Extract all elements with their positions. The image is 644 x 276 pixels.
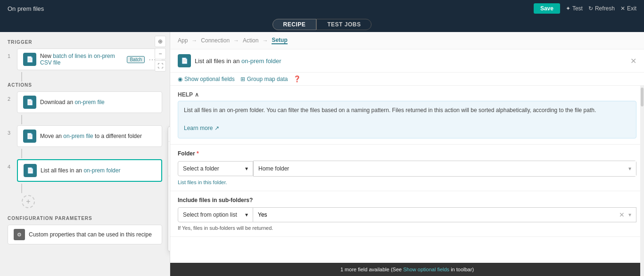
tab-recipe[interactable]: RECIPE — [272, 19, 317, 30]
close-icon: ✕ — [620, 5, 625, 12]
connector-4 — [21, 184, 22, 193]
folder-field-label: Folder * — [178, 150, 636, 157]
group-icon: ⊞ — [240, 76, 245, 82]
step-4-container: 4 📄 List all files in an on-prem folder — [8, 159, 162, 182]
step-2-text: Download an on-prem file — [40, 99, 156, 106]
refresh-icon: ↻ — [588, 5, 593, 12]
step-3-icon: 📄 — [23, 130, 36, 143]
main-layout: ⊕ − ⛶ TRIGGER 1 📄 New batch of lines in … — [0, 32, 644, 276]
save-button[interactable]: Save — [534, 3, 560, 14]
help-text: List all files in an on-prem folder. You… — [178, 101, 636, 138]
tab-testjobs[interactable]: TEST JOBS — [316, 19, 372, 30]
canvas-controls: ⊕ − ⛶ — [155, 36, 166, 72]
chevron-down-icon: ▾ — [245, 165, 248, 172]
right-scrollbar[interactable] — [640, 86, 644, 276]
panel-title: 📄 List all files in an on-prem folder — [178, 54, 281, 67]
gear-icon: ⚙ — [14, 229, 25, 240]
show-optional-fields-link[interactable]: Show optional fields — [403, 267, 449, 272]
subfolder-value-display[interactable]: Yes ✕ ▾ — [253, 207, 636, 222]
show-optional-fields-button[interactable]: ◉ Show optional fields — [178, 76, 235, 82]
step-1-tag: Batch — [127, 56, 145, 63]
step-1-icon: 📄 — [23, 53, 36, 66]
panel-header: 📄 List all files in an on-prem folder ✕ — [170, 49, 644, 73]
nav-setup[interactable]: Setup — [272, 37, 287, 44]
popup-subtitle: To use data from a previous step, drag i… — [168, 142, 170, 159]
actions-label: ACTIONS — [8, 82, 162, 88]
chevron-down-icon: ▾ — [245, 211, 248, 218]
tabbar: RECIPE TEST JOBS — [0, 17, 644, 32]
config-card[interactable]: ⚙ Custom properties that can be used in … — [8, 225, 162, 244]
nav-arrow-2: → — [233, 37, 239, 44]
subfolder-chevron-icon: ▾ — [628, 211, 631, 218]
help-toggle-button[interactable]: HELP ∧ — [178, 91, 636, 98]
group-map-data-button[interactable]: ⊞ Group map data — [240, 76, 288, 82]
step-4-text: List all files in an on-prem folder — [41, 167, 156, 174]
right-panel: App → Connection → Action → Setup 📄 List… — [170, 32, 644, 276]
nav-app[interactable]: App — [178, 37, 188, 44]
recipe-canvas: ⊕ − ⛶ TRIGGER 1 📄 New batch of lines in … — [0, 32, 170, 276]
popup-content: 📄 List files in folder (Step 4 output) ▼… — [168, 176, 170, 251]
zoom-out-icon[interactable]: − — [155, 48, 166, 59]
scrollbar-thumb[interactable] — [641, 88, 644, 106]
step-2-card[interactable]: 📄 Download an on-prem file — [17, 91, 162, 113]
topbar-right: Save ✦ Test ↻ Refresh ✕ Exit — [534, 3, 636, 14]
refresh-button[interactable]: ↻ Refresh — [588, 5, 615, 12]
help-section: HELP ∧ List all files in an on-prem fold… — [170, 86, 644, 145]
folder-chevron-icon: ▾ — [628, 165, 631, 172]
subfolder-select-input[interactable]: Select from option list ▾ — [178, 207, 253, 222]
popup-search-section — [168, 159, 170, 176]
bottom-hint-bar: 1 more field available (See Show optiona… — [170, 263, 644, 276]
nav-connection[interactable]: Connection — [201, 37, 230, 44]
step-1-card[interactable]: 📄 New batch of lines in on-prem CSV file… — [17, 49, 162, 70]
subfolder-field-label: Include files in sub-folders? — [178, 197, 636, 203]
connector-2 — [21, 115, 22, 124]
eye-icon: ◉ — [178, 76, 182, 82]
step-4-number: 4 — [8, 159, 17, 170]
panel-title-text: List all files in an on-prem folder — [195, 57, 281, 65]
step-1-number: 1 — [8, 49, 17, 59]
folder-select-input[interactable]: Select a folder ▾ — [178, 161, 253, 176]
popup-header: Recipe data ❓ ⋮⋮ — [168, 127, 170, 142]
folder-value-display[interactable]: Home folder ▾ — [254, 161, 636, 176]
nav-arrow-3: → — [262, 37, 268, 44]
fit-icon[interactable]: ⊕ — [155, 36, 166, 47]
folder-field-section: Folder * Select a folder ▾ Home folder ▾ — [170, 145, 644, 191]
test-icon: ✦ — [566, 5, 570, 12]
chevron-up-icon: ∧ — [195, 91, 199, 98]
panel-toolbar: ◉ Show optional fields ⊞ Group map data … — [170, 73, 644, 86]
step-4-icon: 📄 — [24, 164, 37, 177]
step-1-text: New batch of lines in on-prem CSV file — [40, 53, 123, 66]
config-text: Custom properties that can be used in th… — [29, 231, 156, 238]
topbar: On prem files Save ✦ Test ↻ Refresh ✕ Ex… — [0, 0, 644, 17]
step-3-container: 3 📄 Move an on-prem file to a different … — [8, 125, 162, 147]
tab-pill: RECIPE TEST JOBS — [272, 19, 372, 30]
folder-field-hint: List files in this folder. — [178, 179, 636, 185]
data-group-files: 📄 List files in folder (Step 4 output) ▼… — [168, 179, 170, 248]
step-3-text: Move an on-prem file to a different fold… — [40, 133, 156, 139]
help-icon[interactable]: ❓ — [293, 75, 301, 82]
step-4-card[interactable]: 📄 List all files in an on-prem folder — [17, 159, 162, 182]
fullscreen-icon[interactable]: ⛶ — [155, 60, 166, 72]
panel-body: HELP ∧ List all files in an on-prem fold… — [170, 86, 644, 276]
step-2-number: 2 — [8, 91, 17, 102]
app-title: On prem files — [8, 5, 44, 12]
step-3-card[interactable]: 📄 Move an on-prem file to a different fo… — [17, 125, 162, 147]
subfolder-field-section: Include files in sub-folders? Select fro… — [170, 191, 644, 237]
step-2-container: 2 📄 Download an on-prem file — [8, 91, 162, 113]
subfolder-clear-icon[interactable]: ✕ — [619, 211, 625, 219]
required-marker: * — [197, 150, 199, 157]
subfolder-hint: If Yes, files in sub-folders will be ret… — [178, 225, 636, 231]
subfolder-field-row: Select from option list ▾ Yes ✕ ▾ — [178, 207, 636, 222]
nav-action[interactable]: Action — [243, 37, 258, 44]
add-step-button[interactable]: + — [22, 195, 35, 208]
panel-close-icon[interactable]: ✕ — [630, 57, 636, 65]
recipe-data-popup: Recipe data ❓ ⋮⋮ To use data from a prev… — [168, 126, 170, 252]
external-link-icon: ↗ — [215, 125, 219, 131]
test-button[interactable]: ✦ Test — [566, 5, 583, 12]
exit-button[interactable]: ✕ Exit — [620, 5, 636, 12]
learn-more-link[interactable]: Learn more ↗ — [184, 125, 219, 131]
connector-1 — [21, 72, 22, 81]
config-label: CONFIGURATION PARAMETERS — [8, 216, 162, 221]
folder-field-row: Select a folder ▾ Home folder ▾ — [178, 161, 636, 177]
config-section: CONFIGURATION PARAMETERS ⚙ Custom proper… — [8, 216, 162, 244]
